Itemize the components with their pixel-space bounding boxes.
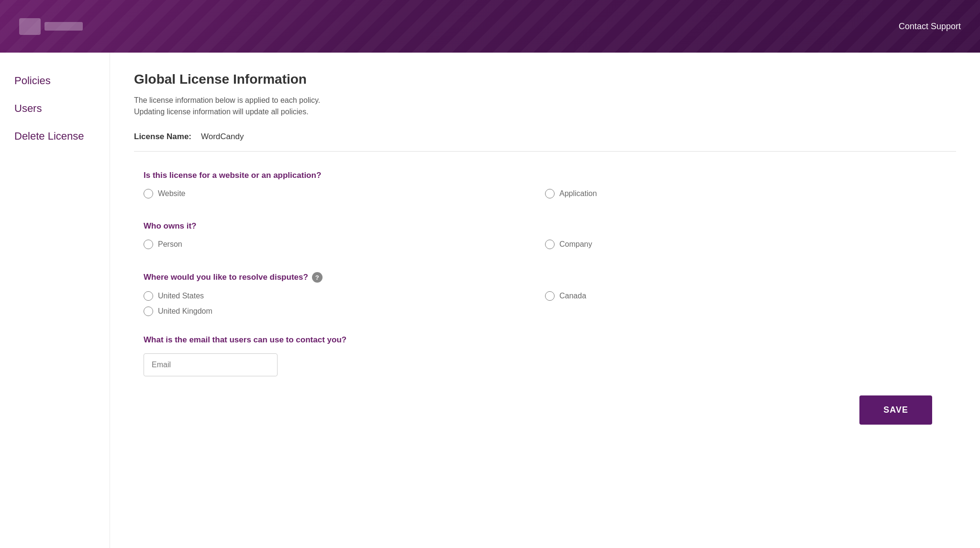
radio-uk[interactable]: United Kingdom (144, 307, 545, 316)
header: Contact Support (0, 0, 980, 53)
section-email: What is the email that users can use to … (134, 326, 956, 386)
radio-application[interactable]: Application (545, 189, 947, 198)
radio-website[interactable]: Website (144, 189, 545, 198)
section-disputes: Where would you like to resolve disputes… (134, 263, 956, 326)
radio-person-input[interactable] (144, 240, 153, 249)
license-type-options: Website Application (144, 189, 947, 198)
section-ownership: Who owns it? Person Company (134, 212, 956, 263)
sidebar: Policies Users Delete License (0, 53, 110, 548)
ownership-options: Person Company (144, 240, 947, 249)
radio-canada[interactable]: Canada (545, 291, 947, 301)
disputes-row-2: United Kingdom (144, 307, 947, 316)
page-layout: Policies Users Delete License Global Lic… (0, 53, 980, 548)
question-email: What is the email that users can use to … (144, 335, 947, 345)
email-field[interactable] (144, 353, 278, 376)
logo-text (45, 22, 83, 31)
save-row: SAVE (134, 386, 956, 439)
section-license-type: Is this license for a website or an appl… (134, 161, 956, 212)
radio-us[interactable]: United States (144, 291, 545, 301)
radio-website-input[interactable] (144, 189, 153, 198)
license-name-label: License Name: (134, 132, 191, 142)
page-title: Global License Information (134, 72, 956, 87)
question-disputes: Where would you like to resolve disputes… (144, 272, 947, 283)
question-ownership: Who owns it? (144, 221, 947, 231)
radio-uk-input[interactable] (144, 307, 153, 316)
radio-application-input[interactable] (545, 189, 555, 198)
question-license-type: Is this license for a website or an appl… (144, 171, 947, 180)
contact-support-link[interactable]: Contact Support (899, 22, 961, 32)
main-content: Global License Information The license i… (110, 53, 980, 548)
sidebar-item-users[interactable]: Users (0, 95, 110, 122)
logo (19, 18, 83, 35)
radio-us-input[interactable] (144, 291, 153, 301)
help-icon[interactable]: ? (312, 272, 323, 283)
radio-company[interactable]: Company (545, 240, 947, 249)
logo-box (19, 18, 41, 35)
disputes-row-1: United States Canada (144, 291, 947, 301)
radio-canada-input[interactable] (545, 291, 555, 301)
sidebar-item-delete-license[interactable]: Delete License (0, 122, 110, 150)
license-name-value: WordCandy (201, 132, 244, 142)
radio-person[interactable]: Person (144, 240, 545, 249)
save-button[interactable]: SAVE (859, 395, 932, 425)
sidebar-item-policies[interactable]: Policies (0, 67, 110, 95)
page-description: The license information below is applied… (134, 95, 956, 118)
radio-company-input[interactable] (545, 240, 555, 249)
license-name-row: License Name: WordCandy (134, 132, 956, 152)
